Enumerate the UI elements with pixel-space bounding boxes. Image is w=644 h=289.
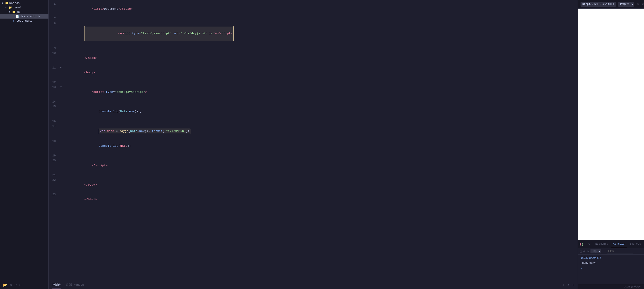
code-editor[interactable]: 6 <title>Document</title> 7 8 [49,0,578,281]
file-tree: ▼ 📁 NodeJs ▼ 📁 demo1 ▼ 📁 js ▶ [0,0,48,281]
status-bar: CSDN @@求来~ [578,284,644,289]
up-icon[interactable]: ∧ [567,283,570,287]
sidebar-bottom-actions: 📂 ⚙ ↺ ⊙ [0,281,48,289]
tab-console[interactable]: Console [610,240,627,248]
sidebar-item-demo1[interactable]: ▼ 📁 demo1 [0,5,48,10]
devtools-close-button[interactable]: ✕ [580,243,581,246]
code-line-19: 19 [49,153,578,158]
devtools-header: ✕ ↺ ↖ Elements Console Sources Network [578,240,644,248]
devtools-settings-icon[interactable]: ⚙ [641,2,644,7]
code-line-6: 6 <title>Document</title> [49,2,578,16]
code-line-20: 20 </script> [49,158,578,173]
code-line-9: 9 [49,46,578,51]
dropdown-icon[interactable]: ▾ [603,250,605,253]
devtools-console-output: 1693010304577 2023/08/26 > [578,255,644,284]
sidebar: ▼ 📁 NodeJs ▼ 📁 demo1 ▼ 📁 js ▶ [0,0,49,289]
sidebar-item-testhtml[interactable]: ▶ ◇ test.html [0,18,48,23]
devtools-toolbar: ⬚ ⊗ ⊘ top ▾ [578,248,644,255]
status-text: CSDN @@求来~ [624,285,640,288]
browser-toolbar: PC模式 移动端 ⊞ ⚙ ⤢ ← [578,0,644,8]
code-line-15: 15 console.log(Date.now()); [49,104,578,119]
chevron-down-icon-2: ▼ [5,6,8,9]
chevron-down-icon: ▼ [2,2,4,4]
tab-elements[interactable]: Elements [593,240,611,248]
inspector-icon[interactable]: ↖ [586,240,593,248]
code-line-14: 14 [49,99,578,104]
filter-input[interactable] [606,249,633,254]
browser-content-area [578,8,644,240]
console-prompt-symbol: > [580,267,582,270]
folder-icon-js: 📁 [12,10,16,14]
tree-label-js: js [16,10,20,14]
browser-panel: PC模式 移动端 ⊞ ⚙ ⤢ ← ✕ ↺ ↖ Elements Console … [578,0,644,289]
code-line-13: 13 ▼ <script type="text/javascript"> [49,85,578,99]
browser-url-input[interactable] [580,2,616,7]
sidebar-item-nodejs[interactable]: ▼ 📁 NodeJs [0,1,48,5]
tree-label-testhtml: test.html [16,19,32,22]
console-line-2: 2023/08/26 [580,261,642,266]
tab-terminal[interactable]: 终端-NodeJs [66,281,84,289]
folder-icon-demo1: 📁 [8,6,12,9]
file-icon-dayjs: 📄 [16,14,19,18]
console-line-1: 1693010304577 [580,256,642,261]
tree-label-nodejs: NodeJs [9,1,20,5]
split-icon[interactable]: ⊟ [572,283,574,287]
code-line-21: 21 [49,173,578,178]
code-line-8: 8 <script type="text/javascript" src="./… [49,21,578,46]
console-date-value: 2023/08/26 [580,262,596,265]
devtools-tabs: ↖ Elements Console Sources Network [586,240,644,248]
bottom-tab-bar: 控制台 终端-NodeJs ⊕ ∧ ⊟ [49,281,578,289]
bottom-tab-actions: ⊕ ∧ ⊟ [562,283,574,287]
devtools-panel: ✕ ↺ ↖ Elements Console Sources Network ⬚… [578,240,644,284]
new-panel-icon[interactable]: ⊕ [562,283,564,287]
device-mode-select[interactable]: PC模式 移动端 [618,2,634,7]
ban-icon[interactable]: ⊘ [587,250,589,253]
tree-label-dayjs: dayjs.min.js [20,15,41,18]
code-line-11: 11 ▶ <body> [49,65,578,80]
sidebar-item-js[interactable]: ▼ 📁 js [0,10,48,14]
explorer-icon[interactable]: 📂 [3,283,7,287]
tab-sources[interactable]: Sources [627,240,644,248]
settings-icon[interactable]: ⚙ [10,283,12,287]
stop-icon[interactable]: ⊗ [583,250,585,253]
code-line-23: 23 </html> [49,192,578,207]
new-window-icon[interactable]: ⊞ [636,2,639,7]
refresh-icon[interactable]: ↺ [14,283,17,287]
console-num-value: 1693010304577 [580,257,601,260]
chevron-down-icon-3: ▼ [9,11,12,13]
code-line-10: 10 </head> [49,51,578,65]
tab-console[interactable]: 控制台 [52,281,61,289]
devtools-refresh-button[interactable]: ↺ [582,243,583,246]
html-icon-test: ◇ [12,19,16,22]
code-line-7: 7 [49,16,578,21]
code-editor-area: 6 <title>Document</title> 7 8 [49,0,578,281]
console-prompt-line[interactable]: > [580,266,642,271]
code-line-12: 12 [49,80,578,85]
inspect-element-icon[interactable]: ⬚ [580,250,582,253]
code-line-16: 16 [49,119,578,124]
code-line-17: 17 var date = dayjs(Date.now()).format('… [49,124,578,139]
folder-icon: 📁 [5,1,8,5]
context-select[interactable]: top [590,249,601,254]
sidebar-item-dayjs[interactable]: ▶ 📄 dayjs.min.js [0,14,48,18]
code-line-18: 18 console.log(date); [49,139,578,153]
wifi-icon[interactable]: ⊙ [19,283,22,287]
code-line-22: 22 </body> [49,178,578,192]
tree-label-demo1: demo1 [13,6,22,9]
